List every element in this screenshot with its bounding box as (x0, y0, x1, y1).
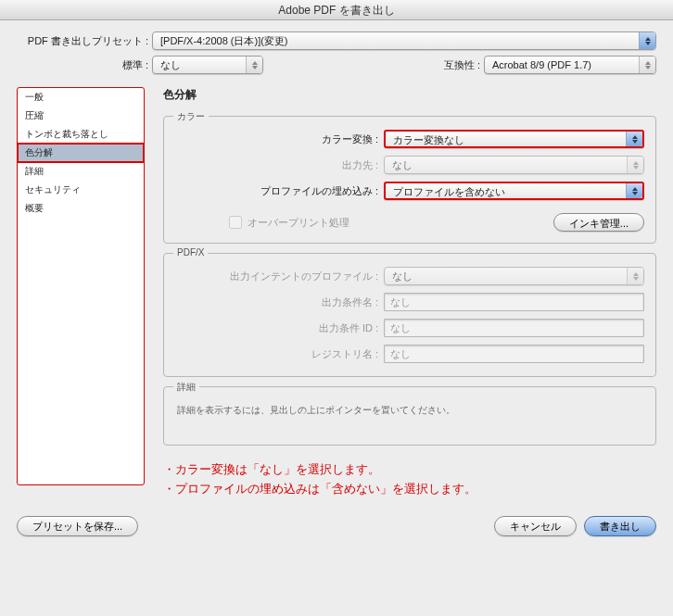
output-dest-select: なし (384, 156, 644, 174)
profile-embed-label: プロファイルの埋め込み : (175, 184, 384, 198)
output-intent-label: 出力インテントのプロファイル : (175, 270, 384, 283)
annotation-line-2: ・プロファイルの埋め込みは「含めない」を選択します。 (163, 480, 656, 499)
overprint-checkbox: オーバープリント処理 (229, 216, 349, 230)
color-legend: カラー (173, 110, 209, 123)
color-conversion-value: カラー変換なし (393, 134, 464, 145)
profile-embed-value: プロファイルを含めない (393, 186, 505, 197)
output-cond-name-field: なし (384, 293, 644, 311)
standard-select[interactable]: なし (152, 56, 263, 74)
sidebar-item-1[interactable]: 圧縮 (18, 107, 144, 125)
export-button[interactable]: 書き出し (584, 516, 656, 536)
chevron-updown-icon (627, 157, 643, 173)
detail-hint: 詳細を表示するには、見出しの上にポインターを置いてください。 (175, 400, 644, 434)
compat-value: Acrobat 8/9 (PDF 1.7) (492, 59, 591, 70)
registry-name-row: レジストリ名 : なし (175, 345, 644, 363)
compat-label: 互換性 : (444, 58, 484, 72)
standard-compat-row: 標準 : なし 互換性 : Acrobat 8/9 (PDF 1.7) (17, 56, 656, 74)
ink-manager-button[interactable]: インキ管理... (553, 213, 644, 232)
output-dest-value: なし (392, 159, 413, 170)
overprint-checkbox-input (229, 216, 242, 229)
chevron-updown-icon (626, 132, 642, 146)
detail-fieldset: 詳細 詳細を表示するには、見出しの上にポインターを置いてください。 (163, 386, 656, 446)
profile-embed-select[interactable]: プロファイルを含めない (384, 182, 644, 200)
output-intent-row: 出力インテントのプロファイル : なし (175, 267, 644, 285)
output-intent-select: なし (384, 267, 644, 285)
registry-name-field: なし (384, 345, 644, 363)
chevron-updown-icon (639, 57, 655, 73)
color-conversion-row: カラー変換 : カラー変換なし (175, 130, 644, 148)
annotation-line-1: ・カラー変換は「なし」を選択します。 (163, 460, 656, 480)
sidebar-item-3[interactable]: 色分解 (18, 144, 144, 162)
preset-label: PDF 書き出しプリセット : (17, 34, 152, 48)
compat-select[interactable]: Acrobat 8/9 (PDF 1.7) (484, 56, 656, 74)
output-intent-value: なし (392, 270, 413, 282)
output-cond-id-field: なし (384, 319, 644, 337)
sidebar-item-0[interactable]: 一般 (18, 88, 144, 107)
sidebar: 一般圧縮トンボと裁ち落とし色分解詳細セキュリティ概要 (17, 87, 145, 485)
footer: プリセットを保存... キャンセル 書き出し (17, 516, 656, 536)
profile-embed-row: プロファイルの埋め込み : プロファイルを含めない (175, 182, 644, 200)
color-fieldset: カラー カラー変換 : カラー変換なし 出力先 : なし (163, 116, 656, 244)
overprint-label: オーバープリント処理 (248, 216, 349, 230)
preset-select[interactable]: [PDF/X-4:2008 (日本)](変更) (152, 31, 656, 50)
pdfx-fieldset: PDF/X 出力インテントのプロファイル : なし 出力条件名 : なし 出力条… (163, 253, 656, 377)
output-cond-name-label: 出力条件名 : (175, 295, 384, 309)
preset-row: PDF 書き出しプリセット : [PDF/X-4:2008 (日本)](変更) (17, 31, 656, 50)
preset-value: [PDF/X-4:2008 (日本)](変更) (160, 35, 288, 46)
standard-label: 標準 : (17, 58, 152, 72)
output-cond-name-row: 出力条件名 : なし (175, 293, 644, 311)
panel-heading: 色分解 (163, 87, 656, 103)
detail-legend: 詳細 (173, 381, 199, 394)
output-dest-row: 出力先 : なし (175, 156, 644, 174)
chevron-updown-icon (626, 183, 642, 198)
standard-value: なし (160, 59, 181, 70)
color-conversion-label: カラー変換 : (175, 132, 384, 146)
registry-name-label: レジストリ名 : (175, 347, 384, 361)
color-conversion-select[interactable]: カラー変換なし (384, 130, 644, 148)
pdfx-legend: PDF/X (173, 247, 208, 258)
sidebar-item-2[interactable]: トンボと裁ち落とし (18, 125, 144, 144)
chevron-updown-icon (627, 268, 643, 284)
sidebar-item-6[interactable]: 概要 (18, 199, 144, 218)
save-preset-button[interactable]: プリセットを保存... (17, 516, 138, 536)
main-panel: 色分解 カラー カラー変換 : カラー変換なし 出力先 : なし (163, 87, 656, 499)
body-area: 一般圧縮トンボと裁ち落とし色分解詳細セキュリティ概要 色分解 カラー カラー変換… (17, 87, 656, 499)
output-cond-id-label: 出力条件 ID : (175, 321, 384, 335)
sidebar-item-4[interactable]: 詳細 (18, 162, 144, 181)
cancel-button[interactable]: キャンセル (494, 516, 577, 536)
window-title: Adobe PDF を書き出し (0, 0, 673, 20)
output-dest-label: 出力先 : (175, 158, 384, 172)
annotation-text: ・カラー変換は「なし」を選択します。 ・プロファイルの埋め込みは「含めない」を選… (163, 460, 656, 499)
chevron-updown-icon (639, 32, 655, 49)
output-cond-id-row: 出力条件 ID : なし (175, 319, 644, 337)
sidebar-item-5[interactable]: セキュリティ (18, 181, 144, 199)
chevron-updown-icon (246, 57, 262, 73)
